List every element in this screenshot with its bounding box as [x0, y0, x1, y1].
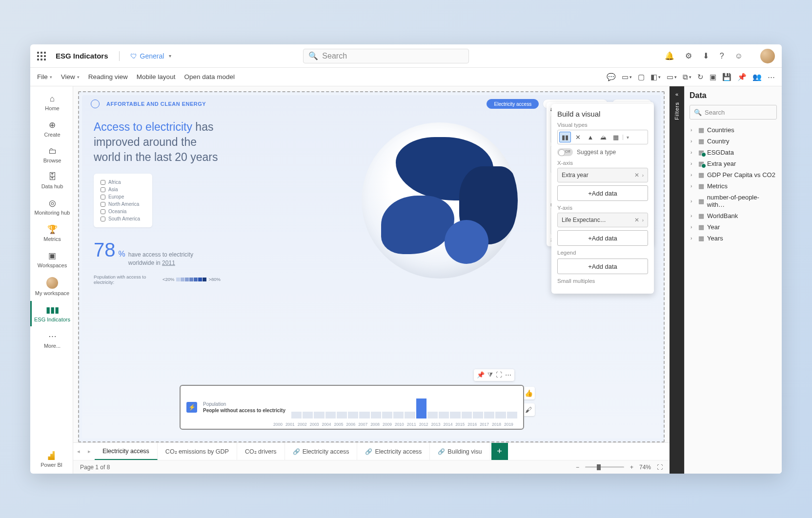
rail-esg[interactable]: ▮▮▮ESG Indicators — [30, 301, 73, 326]
remove-field-icon[interactable]: ✕ — [634, 217, 639, 223]
remove-field-icon[interactable]: ✕ — [634, 172, 639, 179]
present-icon[interactable]: ▭▾ — [667, 73, 677, 81]
rail-powerbi[interactable]: Power BI — [41, 445, 62, 474]
legend-na[interactable]: North America — [101, 200, 145, 208]
titlebar-actions: 🔔 ⚙ ⬇ ? ☺ — [665, 49, 775, 63]
filters-pane-collapsed[interactable]: « Filters — [670, 86, 684, 474]
legend-asia[interactable]: Asia — [101, 186, 145, 193]
add-y-data-button[interactable]: +Add data — [557, 230, 648, 246]
notifications-icon[interactable]: 🔔 — [665, 51, 674, 60]
table-year[interactable]: ›▦Year — [690, 221, 777, 233]
more-icon[interactable]: ⋯ — [768, 73, 775, 81]
table-esgdata[interactable]: ›▦ESGData — [690, 147, 777, 158]
chevron-right-icon[interactable]: › — [642, 218, 644, 223]
table-country[interactable]: ›▦Country — [690, 136, 777, 147]
zoom-out-icon[interactable]: − — [576, 464, 579, 471]
refresh-icon[interactable]: ↻ — [697, 73, 704, 81]
y-axis-field[interactable]: Life Expectanc… ✕ › — [557, 213, 648, 227]
x-axis-field[interactable]: Extra year ✕ › — [557, 168, 648, 182]
data-search-input[interactable]: 🔍 Search — [690, 105, 777, 120]
suggest-type-toggle[interactable]: Suggest a type — [557, 148, 648, 156]
rail-datahub[interactable]: 🗄Data hub — [30, 168, 73, 193]
menu-datamodel[interactable]: Open data model — [184, 73, 235, 80]
legend-africa[interactable]: Africa — [101, 179, 145, 186]
more-options-icon[interactable]: ⋯ — [505, 371, 511, 379]
zoom-in-icon[interactable]: + — [630, 464, 633, 471]
more-viz-icon[interactable]: ▾ — [623, 135, 632, 140]
pin-visual-icon[interactable]: 📌 — [477, 371, 485, 379]
fit-icon[interactable]: ⛶ — [657, 464, 663, 471]
sensitivity-button[interactable]: 🛡 General ▾ — [130, 52, 172, 60]
copy-icon[interactable]: ⧉▾ — [683, 73, 691, 81]
tab-5[interactable]: 🔗Electricity access — [357, 443, 430, 460]
add-legend-data-button[interactable]: +Add data — [557, 259, 648, 274]
rail-monitoring[interactable]: ◎Monitoring hub — [30, 194, 73, 219]
table-extrayear[interactable]: ›▦Extra year — [690, 158, 777, 169]
teams-icon[interactable]: 👥 — [752, 73, 762, 81]
menu-reading[interactable]: Reading view — [88, 73, 128, 80]
legend-sa[interactable]: South America — [101, 215, 145, 222]
tab-2[interactable]: CO₂ emissions by GDP — [158, 443, 237, 460]
add-x-data-button[interactable]: +Add data — [557, 185, 648, 201]
table-people[interactable]: ›▦number-of-people-with… — [690, 192, 777, 210]
table-icon[interactable]: ▦ — [610, 132, 622, 142]
add-page-button[interactable]: + — [491, 443, 508, 460]
area-chart-icon[interactable]: ▲ — [585, 132, 596, 142]
tab-1[interactable]: Electricity access — [95, 443, 158, 460]
combo-chart-icon[interactable]: ⛰ — [597, 132, 609, 142]
link-icon: 🔗 — [293, 448, 300, 455]
feedback-icon[interactable]: ☺ — [735, 52, 743, 60]
table-countries[interactable]: ›▦Countries — [690, 124, 777, 136]
rail-home[interactable]: ⌂Home — [30, 90, 73, 115]
tab-3[interactable]: CO₂ drivers — [237, 443, 285, 460]
toggle-off-icon[interactable] — [557, 148, 573, 156]
pin-icon[interactable]: 📌 — [737, 73, 747, 81]
focus-icon[interactable]: ⛶ — [496, 371, 502, 379]
tab-prev[interactable]: ◂ — [73, 443, 84, 460]
menu-mobile[interactable]: Mobile layout — [137, 73, 176, 80]
bar-chart-icon[interactable]: ▮▮ — [559, 132, 571, 142]
comment-icon[interactable]: 💬 — [607, 73, 616, 81]
user-avatar[interactable] — [760, 49, 775, 63]
table-icon: ▦ — [698, 138, 704, 145]
save-icon[interactable]: 💾 — [722, 73, 731, 81]
report-canvas[interactable]: AFFORTABLE AND CLEAN ENERGY Electricity … — [78, 91, 665, 442]
chevron-right-icon[interactable]: › — [642, 173, 644, 178]
bookmark-icon[interactable]: ▭▾ — [622, 73, 632, 81]
legend-europe[interactable]: Europe — [101, 193, 145, 200]
rail-metrics[interactable]: 🏆Metrics — [30, 220, 73, 246]
filter-icon[interactable]: ⧩ — [487, 371, 493, 379]
region-legend: Africa Asia Europe North America Oceania… — [94, 174, 152, 227]
tab-4[interactable]: 🔗Electricity access — [285, 443, 358, 460]
app-launcher-icon[interactable] — [37, 52, 46, 60]
line-chart-icon[interactable]: ✕ — [572, 132, 584, 142]
rail-more[interactable]: ⋯More... — [30, 327, 73, 353]
search-input[interactable]: 🔍 Search — [303, 49, 469, 63]
tab-6[interactable]: 🔗Building visu — [430, 443, 490, 460]
pill-electricity[interactable]: Electricity access — [487, 99, 539, 109]
visual-type-picker[interactable]: ▮▮ ✕ ▲ ⛰ ▦ ▾ — [557, 130, 648, 144]
menu-view[interactable]: View▾ — [61, 73, 80, 80]
report-section-title: AFFORTABLE AND CLEAN ENERGY — [106, 101, 206, 107]
table-metrics[interactable]: ›▦Metrics — [690, 180, 777, 192]
zoom-slider[interactable] — [585, 466, 624, 468]
divider — [119, 51, 120, 61]
rail-workspaces[interactable]: ▣Workspaces — [30, 247, 73, 272]
table-worldbank[interactable]: ›▦WorldBank — [690, 210, 777, 221]
window-icon[interactable]: ▣ — [710, 73, 716, 81]
settings-icon[interactable]: ⚙ — [685, 51, 692, 60]
chevron-left-icon[interactable]: « — [675, 91, 678, 97]
help-icon[interactable]: ? — [720, 52, 724, 60]
tab-next[interactable]: ▸ — [84, 443, 95, 460]
related-icon[interactable]: ◧▾ — [650, 73, 661, 81]
table-years[interactable]: ›▦Years — [690, 233, 777, 244]
legend-oceania[interactable]: Oceania — [101, 208, 145, 215]
menu-file[interactable]: File▾ — [37, 73, 52, 80]
rail-browse[interactable]: 🗀Browse — [30, 142, 73, 167]
download-icon[interactable]: ⬇ — [703, 51, 709, 60]
rail-myworkspace[interactable]: My workspace — [30, 273, 73, 300]
view-icon[interactable]: ▢ — [638, 73, 645, 81]
rail-create[interactable]: ⊕Create — [30, 116, 73, 141]
table-gdp[interactable]: ›▦GDP Per Capita vs CO2 — [690, 169, 777, 180]
selected-visual[interactable]: ⚡ Population People without access to el… — [180, 385, 524, 430]
